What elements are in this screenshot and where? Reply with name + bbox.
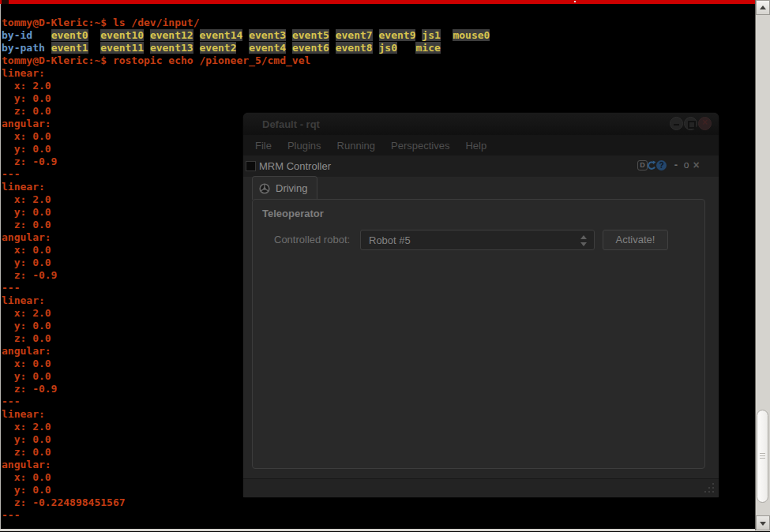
menu-item-running[interactable]: Running [337,140,375,152]
minimize-icon [674,124,679,126]
vertical-scrollbar[interactable] [755,0,770,530]
terminal-line: z: -0.224898451567 [2,496,490,509]
rqt-statusbar [243,478,719,497]
terminal-left-border [0,4,1,529]
down-arrow-icon [760,522,766,526]
terminal-line: tommy@D-Kleric:~$ rostopic echo /pioneer… [2,54,490,67]
tab-driving[interactable]: Driving [252,176,317,200]
scroll-down-button[interactable] [756,515,770,530]
terminal-line: by-path event1 event11 event13 event2 ev… [2,42,490,54]
close-icon: × [699,117,711,128]
up-arrow-icon [760,6,766,9]
mrm-dock-titlebar[interactable]: MRM Controller D ? - o × [243,155,719,177]
menu-item-file[interactable]: File [255,140,272,152]
group-title: Teleoperator [262,208,324,219]
scroll-up-button[interactable] [756,0,770,15]
dock-float-button[interactable]: o [682,159,690,170]
terminal-line: linear: [2,67,490,80]
maximize-icon [688,121,696,129]
rqt-window-title: Default - rqt [262,118,320,130]
resize-grip[interactable] [712,491,714,493]
thumb-grip-icon [760,453,765,459]
dock-widget-icon [246,161,256,171]
dock-close-button[interactable]: × [691,159,701,171]
minimize-button[interactable] [670,117,683,130]
spinner-icon [580,234,588,247]
controlled-robot-label: Controlled robot: [274,234,350,245]
terminal-title-bar[interactable] [0,0,755,4]
menu-item-perspectives[interactable]: Perspectives [391,140,449,152]
robot-select[interactable]: Robot #5 [360,230,595,250]
title-bar-dot [574,1,576,2]
terminal-window-icon [2,0,9,4]
scrollbar-thumb[interactable] [757,410,768,503]
robot-select-value: Robot #5 [369,234,411,246]
rqt-menubar: File Plugins Running Perspectives Help [243,135,719,155]
close-button[interactable]: × [698,117,712,130]
refresh-icon [647,160,656,171]
teleoperator-panel: Teleoperator Controlled robot: Robot #5 … [252,199,705,469]
terminal-line: x: 2.0 [2,80,490,92]
rqt-titlebar[interactable]: Default - rqt × [243,113,719,135]
activate-button[interactable]: Activate! [603,230,668,250]
help-icon: ? [659,161,663,170]
maximize-button[interactable] [684,117,697,130]
screen: tommy@D-Kleric:~$ ls /dev/input/by-id ev… [0,0,770,532]
terminal-line: by-id event0 event10 event12 event14 eve… [2,29,490,42]
menu-item-plugins[interactable]: Plugins [287,140,321,152]
dock-minimize-button[interactable]: - [673,159,679,170]
terminal-line: tommy@D-Kleric:~$ ls /dev/input/ [2,17,490,29]
dock-help-button[interactable]: ? [656,160,667,170]
tab-label: Driving [276,182,307,194]
controlled-robot-row: Controlled robot: Robot #5 Activate! [253,230,706,250]
terminal-line: y: 0.0 [2,92,490,105]
rqt-window: Default - rqt × File Plugins Running Per… [243,113,719,497]
dock-refresh-button[interactable] [647,160,656,171]
dock-title: MRM Controller [259,160,331,172]
steering-wheel-icon [259,183,270,194]
terminal-bottom-border [0,529,770,531]
menu-item-help[interactable]: Help [465,140,486,152]
terminal-line: --- [2,509,490,522]
